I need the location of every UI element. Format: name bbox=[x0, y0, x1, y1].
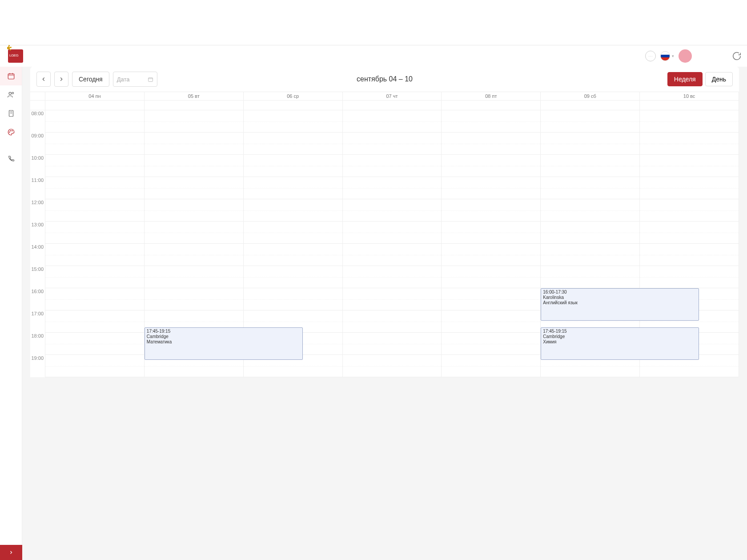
hour-cell[interactable] bbox=[244, 110, 342, 133]
hour-cell[interactable] bbox=[640, 244, 739, 266]
calendar-event[interactable]: 17:45-19:15CambridgeМатематика bbox=[145, 327, 303, 360]
hour-cell[interactable] bbox=[442, 222, 540, 244]
hour-cell[interactable] bbox=[45, 310, 144, 333]
sidebar-item-calendar[interactable] bbox=[0, 67, 22, 85]
hour-cell[interactable] bbox=[145, 110, 243, 133]
hour-cell[interactable] bbox=[343, 177, 442, 199]
hour-cell[interactable] bbox=[541, 155, 639, 177]
hour-cell[interactable] bbox=[343, 133, 442, 155]
refresh-icon[interactable] bbox=[732, 51, 742, 61]
hour-cell[interactable] bbox=[343, 199, 442, 222]
hour-cell[interactable] bbox=[541, 133, 639, 155]
hour-cell[interactable] bbox=[442, 244, 540, 266]
view-day-button[interactable]: День bbox=[705, 72, 733, 86]
hour-cell[interactable] bbox=[343, 110, 442, 133]
hour-cell[interactable] bbox=[442, 310, 540, 333]
hour-cell[interactable] bbox=[442, 266, 540, 288]
hour-cell[interactable] bbox=[343, 155, 442, 177]
hour-cell[interactable] bbox=[640, 222, 739, 244]
language-flag-ru[interactable] bbox=[660, 51, 670, 61]
allday-cell[interactable] bbox=[343, 101, 442, 110]
hour-cell[interactable] bbox=[343, 288, 442, 310]
hour-cell[interactable] bbox=[442, 355, 540, 377]
allday-cell[interactable] bbox=[442, 101, 541, 110]
hour-cell[interactable] bbox=[640, 110, 739, 133]
hour-cell[interactable] bbox=[541, 177, 639, 199]
hour-cell[interactable] bbox=[145, 155, 243, 177]
chat-icon[interactable]: ⋯ bbox=[645, 51, 656, 61]
hour-cell[interactable] bbox=[45, 355, 144, 377]
hour-cell[interactable] bbox=[244, 222, 342, 244]
hour-cell[interactable] bbox=[45, 133, 144, 155]
allday-cell[interactable] bbox=[145, 101, 244, 110]
hour-cell[interactable] bbox=[442, 333, 540, 355]
hour-cell[interactable] bbox=[244, 266, 342, 288]
hour-cell[interactable] bbox=[244, 155, 342, 177]
hour-cell[interactable] bbox=[244, 288, 342, 310]
hour-cell[interactable] bbox=[442, 199, 540, 222]
calendar-event[interactable]: 16:00-17:30KarolinskaАнглийский язык bbox=[541, 288, 699, 321]
hour-cell[interactable] bbox=[541, 266, 639, 288]
hour-cell[interactable] bbox=[145, 199, 243, 222]
sidebar-item-students[interactable] bbox=[0, 85, 22, 104]
hour-cell[interactable] bbox=[45, 199, 144, 222]
hour-cell[interactable] bbox=[45, 333, 144, 355]
hour-cell[interactable] bbox=[244, 133, 342, 155]
hour-cell[interactable] bbox=[343, 355, 442, 377]
date-picker-input[interactable]: Дата bbox=[113, 72, 157, 87]
day-column[interactable] bbox=[45, 110, 145, 377]
sidebar-toggle-button[interactable] bbox=[0, 545, 22, 560]
sidebar-item-palette[interactable] bbox=[0, 123, 22, 141]
hour-cell[interactable] bbox=[442, 133, 540, 155]
hour-cell[interactable] bbox=[145, 288, 243, 310]
sidebar-item-phone[interactable] bbox=[0, 149, 22, 168]
allday-cell[interactable] bbox=[244, 101, 343, 110]
hour-cell[interactable] bbox=[640, 133, 739, 155]
hour-cell[interactable] bbox=[541, 222, 639, 244]
hour-cell[interactable] bbox=[541, 110, 639, 133]
hour-cell[interactable] bbox=[244, 244, 342, 266]
hour-cell[interactable] bbox=[343, 266, 442, 288]
next-week-button[interactable] bbox=[54, 72, 68, 87]
hour-cell[interactable] bbox=[244, 177, 342, 199]
hour-cell[interactable] bbox=[640, 155, 739, 177]
prev-week-button[interactable] bbox=[36, 72, 51, 87]
hour-cell[interactable] bbox=[145, 222, 243, 244]
hour-cell[interactable] bbox=[45, 177, 144, 199]
calendar-event[interactable]: 17:45-19:15CambridgeХимия bbox=[541, 327, 699, 360]
hour-cell[interactable] bbox=[442, 110, 540, 133]
hour-cell[interactable] bbox=[45, 244, 144, 266]
user-avatar[interactable] bbox=[679, 49, 692, 63]
day-column[interactable] bbox=[343, 110, 442, 377]
hour-cell[interactable] bbox=[145, 266, 243, 288]
hour-cell[interactable] bbox=[343, 244, 442, 266]
hour-cell[interactable] bbox=[45, 222, 144, 244]
hour-cell[interactable] bbox=[442, 177, 540, 199]
hour-cell[interactable] bbox=[343, 310, 442, 333]
hour-cell[interactable] bbox=[45, 110, 144, 133]
hour-cell[interactable] bbox=[45, 288, 144, 310]
day-column[interactable] bbox=[442, 110, 541, 377]
hour-cell[interactable] bbox=[442, 288, 540, 310]
hour-cell[interactable] bbox=[640, 199, 739, 222]
allday-cell[interactable] bbox=[541, 101, 640, 110]
allday-cell[interactable] bbox=[45, 101, 145, 110]
hour-cell[interactable] bbox=[343, 333, 442, 355]
hour-cell[interactable] bbox=[145, 177, 243, 199]
hour-cell[interactable] bbox=[541, 244, 639, 266]
hour-cell[interactable] bbox=[45, 155, 144, 177]
hour-cell[interactable] bbox=[145, 244, 243, 266]
hour-cell[interactable] bbox=[244, 199, 342, 222]
view-week-button[interactable]: Неделя bbox=[667, 72, 703, 86]
hour-cell[interactable] bbox=[541, 199, 639, 222]
hour-cell[interactable] bbox=[343, 222, 442, 244]
sidebar-item-document[interactable] bbox=[0, 104, 22, 123]
hour-cell[interactable] bbox=[442, 155, 540, 177]
hour-cell[interactable] bbox=[145, 133, 243, 155]
hour-cell[interactable] bbox=[45, 266, 144, 288]
hour-cell[interactable] bbox=[640, 177, 739, 199]
allday-cell[interactable] bbox=[640, 101, 739, 110]
today-button[interactable]: Сегодня bbox=[72, 72, 109, 87]
app-logo[interactable]: LGEG bbox=[8, 49, 23, 63]
hour-cell[interactable] bbox=[640, 266, 739, 288]
